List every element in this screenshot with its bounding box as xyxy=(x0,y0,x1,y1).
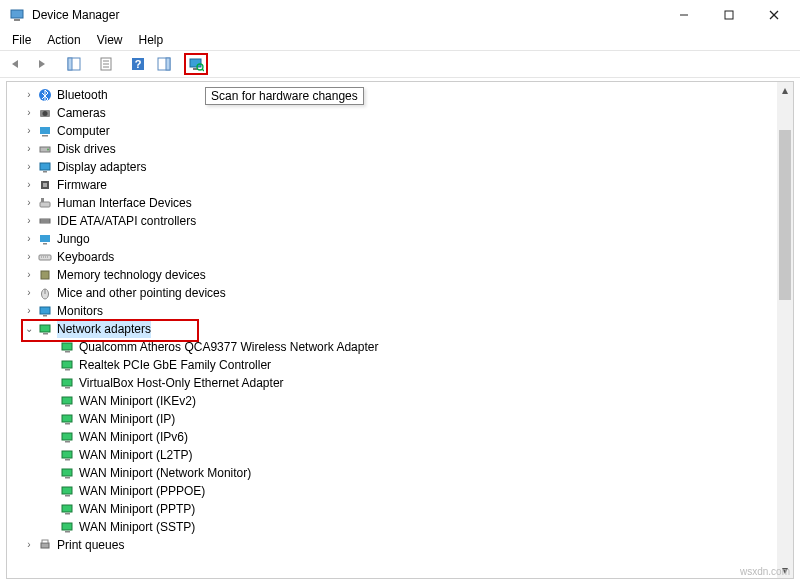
tree-item-wan-l2tp[interactable]: WAN Miniport (L2TP) xyxy=(23,446,793,464)
camera-icon xyxy=(37,105,53,121)
minimize-button[interactable] xyxy=(661,1,706,29)
tree-item-diskdrives[interactable]: › Disk drives xyxy=(23,140,793,158)
svg-rect-68 xyxy=(41,543,49,548)
chevron-right-icon[interactable]: › xyxy=(23,89,35,101)
scroll-thumb[interactable] xyxy=(779,130,791,300)
chevron-right-icon[interactable]: › xyxy=(23,125,35,137)
back-button[interactable] xyxy=(4,53,28,75)
tree-item-wan-ipv6[interactable]: WAN Miniport (IPv6) xyxy=(23,428,793,446)
computer-icon xyxy=(37,123,53,139)
tree-item-wan-netmon[interactable]: WAN Miniport (Network Monitor) xyxy=(23,464,793,482)
network-icon xyxy=(59,357,75,373)
svg-rect-16 xyxy=(190,59,201,67)
svg-rect-66 xyxy=(62,523,72,530)
tree-item-qualcomm[interactable]: Qualcomm Atheros QCA9377 Wireless Networ… xyxy=(23,338,793,356)
tree-label: Firmware xyxy=(57,176,107,194)
action-panel-button[interactable] xyxy=(152,53,176,75)
tree-item-network-adapters[interactable]: ⌄ Network adapters xyxy=(23,320,793,338)
tree-item-wan-ikev2[interactable]: WAN Miniport (IKEv2) xyxy=(23,392,793,410)
show-hide-console-tree-button[interactable] xyxy=(62,53,86,75)
chevron-right-icon[interactable]: › xyxy=(23,305,35,317)
chevron-right-icon[interactable]: › xyxy=(23,539,35,551)
tree-item-ide[interactable]: › IDE ATA/ATAPI controllers xyxy=(23,212,793,230)
tree-item-monitors[interactable]: › Monitors xyxy=(23,302,793,320)
network-icon xyxy=(37,321,53,337)
chevron-right-icon[interactable]: › xyxy=(23,269,35,281)
tree-item-wan-ip[interactable]: WAN Miniport (IP) xyxy=(23,410,793,428)
device-icon xyxy=(37,231,53,247)
tree-item-computer[interactable]: › Computer xyxy=(23,122,793,140)
menu-file[interactable]: File xyxy=(4,31,39,49)
chevron-right-icon[interactable]: › xyxy=(23,287,35,299)
menu-view[interactable]: View xyxy=(89,31,131,49)
menubar: File Action View Help xyxy=(0,30,800,50)
tree-item-display-adapters[interactable]: › Display adapters xyxy=(23,158,793,176)
tree-item-print-queues[interactable]: › Print queues xyxy=(23,536,793,554)
tree-label: Cameras xyxy=(57,104,106,122)
scan-hardware-button[interactable] xyxy=(184,53,208,75)
svg-point-26 xyxy=(47,149,49,151)
svg-rect-15 xyxy=(166,58,170,70)
svg-rect-48 xyxy=(62,361,72,368)
network-icon xyxy=(59,501,75,517)
svg-rect-3 xyxy=(725,11,733,19)
chevron-right-icon[interactable]: › xyxy=(23,161,35,173)
svg-rect-30 xyxy=(43,183,47,187)
close-button[interactable] xyxy=(751,1,796,29)
properties-button[interactable] xyxy=(94,53,118,75)
chevron-right-icon[interactable]: › xyxy=(23,197,35,209)
tree-item-wan-pptp[interactable]: WAN Miniport (PPTP) xyxy=(23,500,793,518)
svg-rect-1 xyxy=(14,19,20,21)
tree-item-memory-tech[interactable]: › Memory technology devices xyxy=(23,266,793,284)
network-icon xyxy=(59,483,75,499)
svg-rect-27 xyxy=(40,163,50,170)
maximize-button[interactable] xyxy=(706,1,751,29)
tree-item-bluetooth[interactable]: › Bluetooth xyxy=(23,86,793,104)
network-icon xyxy=(59,447,75,463)
svg-rect-36 xyxy=(43,243,47,245)
scroll-up-icon[interactable]: ▴ xyxy=(777,82,793,98)
tree-item-firmware[interactable]: › Firmware xyxy=(23,176,793,194)
tree-label: Jungo xyxy=(57,230,90,248)
tree-item-jungo[interactable]: › Jungo xyxy=(23,230,793,248)
tree-item-wan-sstp[interactable]: WAN Miniport (SSTP) xyxy=(23,518,793,536)
tree-item-keyboards[interactable]: › Keyboards xyxy=(23,248,793,266)
hid-icon xyxy=(37,195,53,211)
chevron-down-icon[interactable]: ⌄ xyxy=(23,323,35,335)
svg-rect-23 xyxy=(40,127,50,134)
svg-line-19 xyxy=(202,69,204,71)
tree-item-realtek[interactable]: Realtek PCIe GbE Family Controller xyxy=(23,356,793,374)
chevron-right-icon[interactable]: › xyxy=(23,143,35,155)
tree-item-mice[interactable]: › Mice and other pointing devices xyxy=(23,284,793,302)
svg-rect-59 xyxy=(65,459,70,461)
vertical-scrollbar[interactable]: ▴ ▾ xyxy=(777,82,793,578)
svg-rect-61 xyxy=(65,477,70,479)
tree-label: Memory technology devices xyxy=(57,266,206,284)
tree-label: Disk drives xyxy=(57,140,116,158)
tree-item-virtualbox[interactable]: VirtualBox Host-Only Ethernet Adapter xyxy=(23,374,793,392)
toolbar: ? xyxy=(0,50,800,78)
tree-label: Human Interface Devices xyxy=(57,194,192,212)
help-button[interactable]: ? xyxy=(126,53,150,75)
menu-help[interactable]: Help xyxy=(131,31,172,49)
network-icon xyxy=(59,411,75,427)
tree-item-cameras[interactable]: › Cameras xyxy=(23,104,793,122)
svg-point-22 xyxy=(43,111,48,116)
app-icon xyxy=(8,6,26,24)
svg-rect-0 xyxy=(11,10,23,18)
svg-rect-39 xyxy=(41,271,49,279)
svg-rect-51 xyxy=(65,387,70,389)
forward-button[interactable] xyxy=(30,53,54,75)
chevron-right-icon[interactable]: › xyxy=(23,107,35,119)
tree-label: WAN Miniport (Network Monitor) xyxy=(79,464,251,482)
tree-item-wan-pppoe[interactable]: WAN Miniport (PPPOE) xyxy=(23,482,793,500)
tree-item-hid[interactable]: › Human Interface Devices xyxy=(23,194,793,212)
ide-icon xyxy=(37,213,53,229)
chevron-right-icon[interactable]: › xyxy=(23,251,35,263)
menu-action[interactable]: Action xyxy=(39,31,88,49)
tree-label: Monitors xyxy=(57,302,103,320)
chevron-right-icon[interactable]: › xyxy=(23,233,35,245)
svg-rect-65 xyxy=(65,513,70,515)
chevron-right-icon[interactable]: › xyxy=(23,215,35,227)
chevron-right-icon[interactable]: › xyxy=(23,179,35,191)
